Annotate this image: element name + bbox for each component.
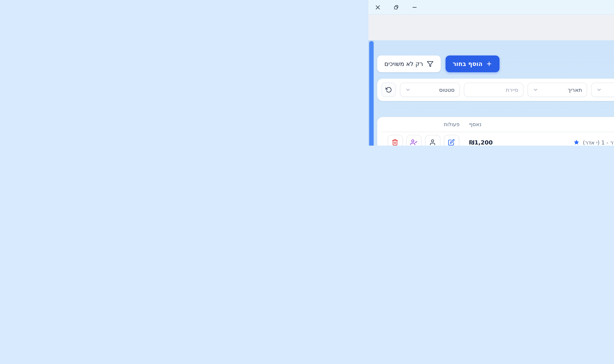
scrollbar-thumb[interactable] (369, 41, 374, 146)
star-icon (574, 139, 580, 145)
edit-button[interactable] (444, 135, 459, 146)
table-body: מאיר אסולין 0541000004 נתניה, סמילנסקי 3… (381, 132, 614, 146)
filter-bar: שם פרטי שם משפחה עיר רחוב טלפון ועד תארי… (377, 79, 614, 101)
reset-filters-button[interactable] (381, 83, 396, 97)
column-header-sayeret[interactable]: סיירת (501, 121, 614, 128)
plus-icon (486, 61, 492, 67)
add-bachur-button[interactable]: הוסף בחור (446, 56, 500, 72)
titlebar: ת״ת ORGANIZER ת"ת Organizer PRO מחובר (368, 0, 614, 15)
table-header-row: שם פרטי שם משפחה טלפון כתובת ועד סיירת נ… (381, 117, 614, 132)
cell-actions (381, 135, 465, 146)
main-content: ניהול בחורים סה"כ 20 בחורים • 0 לא משויכ… (368, 40, 614, 146)
user-check-icon (410, 139, 417, 146)
edit-icon (448, 139, 455, 146)
column-header-collected[interactable]: נאסף (465, 121, 501, 128)
table-row: מאיר אסולין 0541000004 נתניה, סמילנסקי 3… (381, 132, 614, 146)
chevron-down-icon (596, 87, 602, 93)
add-bachur-button-label: הוסף בחור (453, 60, 483, 67)
unassigned-filter-button[interactable]: רק לא משויכים (377, 56, 441, 72)
scrollbar-track (368, 40, 374, 146)
filter-date-select[interactable]: תאריך (528, 83, 587, 97)
delete-button[interactable] (387, 135, 403, 146)
funnel-icon (427, 61, 433, 67)
close-window-icon[interactable] (375, 4, 381, 10)
filter-status-select[interactable]: סטטוס (400, 83, 460, 97)
header-actions: הוסף בחור רק לא משויכים (377, 56, 500, 72)
app-window: ת״ת ORGANIZER ת"ת Organizer PRO מחובר תו… (368, 0, 614, 146)
column-header-actions: פעולות (381, 121, 465, 128)
filter-vaad-select[interactable]: ועד (591, 83, 614, 97)
list-info: מציג 1-20 מתוך 20 בחורים (378, 107, 614, 114)
tab-bar: תורמים 100 בחורים 20 סיירות 10 סטטיסטיקו… (368, 15, 614, 40)
cell-sayeret: נתניה - י אדר - 1 (י אדר) (501, 139, 614, 146)
trash-icon (391, 139, 398, 146)
page-header: ניהול בחורים סה"כ 20 בחורים • 0 לא משויכ… (377, 50, 614, 72)
cell-collected: ₪1,200 (465, 139, 501, 146)
filter-sayeret-input[interactable]: סיירת (464, 83, 524, 97)
restore-window-icon[interactable] (393, 4, 399, 10)
bachurim-table: שם פרטי שם משפחה טלפון כתובת ועד סיירת נ… (377, 117, 614, 146)
chevron-down-icon (405, 87, 411, 93)
profile-button[interactable] (425, 135, 440, 146)
unassigned-filter-button-label: רק לא משויכים (384, 60, 423, 67)
window-controls (375, 4, 418, 10)
user-icon (429, 139, 436, 146)
assign-button[interactable] (406, 135, 421, 146)
minimize-window-icon[interactable] (412, 4, 418, 10)
reset-icon (385, 87, 392, 93)
chevron-down-icon (533, 87, 538, 93)
